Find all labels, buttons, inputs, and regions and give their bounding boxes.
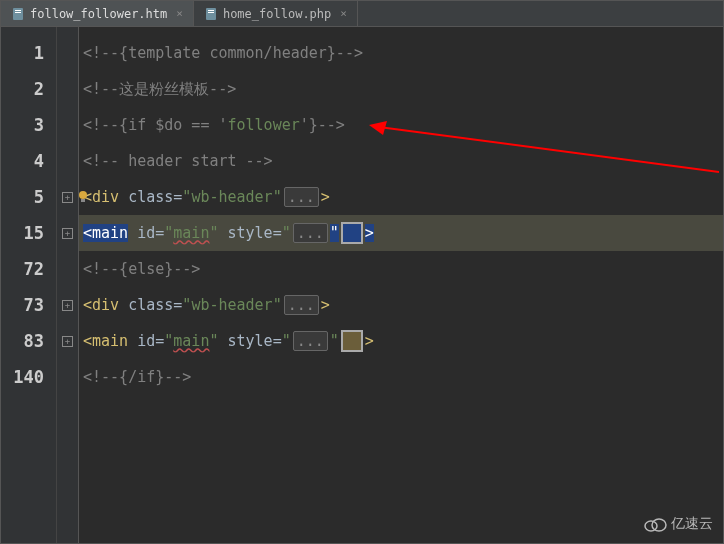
watermark: 亿速云 — [643, 515, 713, 533]
color-swatch-icon[interactable] — [341, 330, 363, 352]
svg-point-11 — [652, 519, 666, 531]
watermark-text: 亿速云 — [671, 515, 713, 533]
cloud-icon — [643, 516, 667, 532]
fold-placeholder[interactable]: ... — [293, 331, 328, 351]
fold-column: + + + + — [57, 27, 79, 543]
code-line[interactable]: <!--{/if}--> — [79, 359, 723, 395]
fold-placeholder[interactable]: ... — [284, 187, 319, 207]
fold-toggle-icon[interactable]: + — [62, 300, 73, 311]
svg-rect-5 — [208, 12, 214, 13]
file-icon — [11, 7, 25, 21]
tab-bar: follow_follower.htm × home_follow.php × — [1, 1, 723, 27]
line-number: 72 — [1, 251, 56, 287]
svg-rect-2 — [15, 12, 21, 13]
line-number: 15 — [1, 215, 56, 251]
tab-label: home_follow.php — [223, 7, 331, 21]
code-line[interactable]: <!--这是粉丝模板--> — [79, 71, 723, 107]
line-number: 5 — [1, 179, 56, 215]
tab-home-follow[interactable]: home_follow.php × — [194, 1, 358, 26]
code-line[interactable]: <!--{template common/header}--> — [79, 35, 723, 71]
svg-rect-7 — [81, 199, 85, 202]
line-number: 73 — [1, 287, 56, 323]
file-icon — [204, 7, 218, 21]
code-area[interactable]: <!--{template common/header}--> <!--这是粉丝… — [79, 27, 723, 543]
line-number: 1 — [1, 35, 56, 71]
svg-point-6 — [79, 191, 87, 199]
fold-toggle-icon[interactable]: + — [62, 228, 73, 239]
svg-rect-1 — [15, 10, 21, 11]
svg-rect-4 — [208, 10, 214, 11]
close-icon[interactable]: × — [340, 7, 347, 20]
svg-rect-3 — [206, 8, 216, 20]
editor: 1 2 3 4 5 15 72 73 83 140 + + + + <!--{t… — [1, 27, 723, 543]
code-line[interactable]: <!-- header start --> — [79, 143, 723, 179]
code-line[interactable]: <main id="main" style="..."> — [79, 323, 723, 359]
tab-follow-follower[interactable]: follow_follower.htm × — [1, 1, 194, 26]
code-line[interactable]: <!--{if $do == 'follower'}--> — [79, 107, 723, 143]
tab-label: follow_follower.htm — [30, 7, 167, 21]
color-swatch-icon[interactable] — [341, 222, 363, 244]
svg-rect-0 — [13, 8, 23, 20]
lightbulb-icon[interactable] — [78, 190, 88, 204]
fold-placeholder[interactable]: ... — [284, 295, 319, 315]
code-line[interactable]: <div class="wb-header"...> — [79, 179, 723, 215]
fold-placeholder[interactable]: ... — [293, 223, 328, 243]
close-icon[interactable]: × — [176, 7, 183, 20]
fold-toggle-icon[interactable]: + — [62, 336, 73, 347]
code-line-current[interactable]: <main id="main" style="..."> — [79, 215, 723, 251]
line-number: 3 — [1, 107, 56, 143]
line-number: 2 — [1, 71, 56, 107]
fold-toggle-icon[interactable]: + — [62, 192, 73, 203]
code-line[interactable]: <!--{else}--> — [79, 251, 723, 287]
code-line[interactable]: <div class="wb-header"...> — [79, 287, 723, 323]
line-number: 140 — [1, 359, 56, 395]
line-number: 83 — [1, 323, 56, 359]
line-number: 4 — [1, 143, 56, 179]
line-gutter: 1 2 3 4 5 15 72 73 83 140 — [1, 27, 57, 543]
